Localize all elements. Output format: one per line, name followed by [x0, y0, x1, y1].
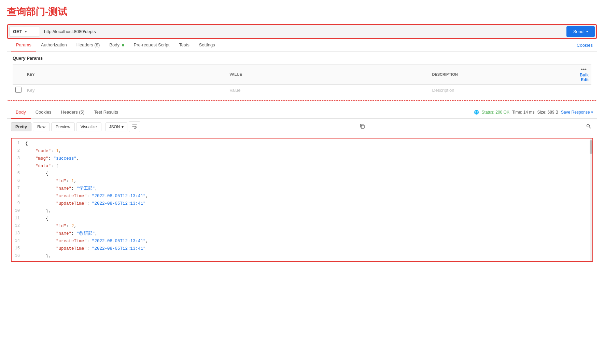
- response-status-bar: 🌐 Status: 200 OK Time: 14 ms Size: 689 B…: [474, 110, 593, 115]
- wrap-btn[interactable]: [129, 121, 140, 132]
- line-num-11: 11: [12, 215, 25, 222]
- json-line-6: 6 "id": 1,: [12, 177, 592, 185]
- json-line-12: 12 "id": 2,: [12, 222, 592, 230]
- search-btn[interactable]: [584, 122, 593, 132]
- line-num-4: 4: [12, 163, 25, 169]
- tab-settings[interactable]: Settings: [194, 39, 220, 52]
- value-col-header: VALUE: [227, 64, 429, 85]
- scroll-indicator: [590, 139, 592, 261]
- response-tab-headers[interactable]: Headers (5): [56, 106, 89, 119]
- line-num-13: 13: [12, 230, 25, 237]
- json-line-4-content: "data": [: [25, 163, 592, 170]
- json-viewer: 1 { 2 "code": 1, 3 "msg: [12, 139, 592, 261]
- json-line-16-content: },: [25, 253, 592, 260]
- json-line-1-content: {: [25, 140, 592, 147]
- json-line-14: 14 "createTime": "2022-08-05T12:13:41",: [12, 237, 592, 245]
- line-num-14: 14: [12, 238, 25, 244]
- json-line-13-content: "name": "教研部",: [25, 230, 592, 237]
- json-line-16: 16 },: [12, 252, 592, 260]
- response-tab-test-results[interactable]: Test Results: [89, 106, 123, 119]
- tab-params[interactable]: Params: [11, 39, 36, 52]
- copy-btn[interactable]: [358, 122, 367, 132]
- raw-btn[interactable]: Raw: [33, 122, 50, 131]
- method-chevron-icon: ▾: [25, 30, 27, 33]
- visualize-btn[interactable]: Visualize: [76, 122, 101, 131]
- line-num-16: 16: [12, 253, 25, 259]
- row-actions: [574, 85, 591, 96]
- tab-body[interactable]: Body: [104, 39, 129, 52]
- response-tab-body[interactable]: Body: [11, 106, 31, 119]
- line-num-15: 15: [12, 245, 25, 252]
- desc-cell[interactable]: Description: [430, 85, 574, 96]
- pretty-btn[interactable]: Pretty: [11, 122, 31, 131]
- save-response-chevron-icon: ▾: [591, 110, 593, 115]
- response-tab-cookies[interactable]: Cookies: [31, 106, 56, 119]
- status-ok: Status: 200 OK: [482, 110, 509, 115]
- format-chevron-icon: ▾: [122, 125, 124, 129]
- method-select[interactable]: GET ▾: [9, 27, 40, 37]
- json-line-11: 11 {: [12, 215, 592, 222]
- json-line-8-content: "createTime": "2022-08-05T12:13:41",: [25, 193, 592, 200]
- actions-col-header: ••• Bulk Edit: [574, 64, 591, 85]
- line-num-8: 8: [12, 193, 25, 199]
- line-num-5: 5: [12, 170, 25, 177]
- tab-authorization[interactable]: Authorization: [36, 39, 72, 52]
- globe-icon: 🌐: [474, 110, 479, 115]
- json-line-15-content: "updateTime": "2022-08-05T12:13:41": [25, 245, 592, 252]
- page-title: 查询部门-测试: [7, 5, 597, 18]
- json-line-9: 9 "updateTime": "2022-08-05T12:13:41": [12, 200, 592, 207]
- preview-btn[interactable]: Preview: [51, 122, 75, 131]
- request-wrapper: GET ▾ Send ▾ Params Authorization Header…: [7, 24, 597, 101]
- json-line-14-content: "createTime": "2022-08-05T12:13:41",: [25, 238, 592, 245]
- json-response-area: 1 { 2 "code": 1, 3 "msg: [11, 138, 593, 262]
- tab-pre-request[interactable]: Pre-request Script: [129, 39, 174, 52]
- url-input[interactable]: [41, 27, 565, 36]
- request-bar: GET ▾ Send ▾: [7, 24, 597, 39]
- response-wrapper: Body Cookies Headers (5) Test Results 🌐 …: [7, 106, 597, 262]
- tab-tests[interactable]: Tests: [174, 39, 194, 52]
- json-line-3-content: "msg": "success",: [25, 155, 592, 162]
- query-params-title: Query Params: [13, 56, 591, 61]
- bulk-edit-btn[interactable]: Bulk Edit: [580, 73, 589, 82]
- table-row: Key Value Description: [13, 85, 591, 96]
- row-checkbox[interactable]: [15, 87, 22, 93]
- line-num-3: 3: [12, 155, 25, 162]
- response-tabs-nav: Body Cookies Headers (5) Test Results 🌐 …: [7, 106, 597, 119]
- line-num-2: 2: [12, 148, 25, 154]
- json-line-5: 5 {: [12, 170, 592, 177]
- line-num-9: 9: [12, 200, 25, 207]
- dots-menu-icon[interactable]: •••: [581, 67, 587, 72]
- save-response-btn[interactable]: Save Response ▾: [561, 110, 593, 115]
- response-time: Time: 14 ms: [512, 110, 535, 115]
- json-line-7: 7 "name": "学工部",: [12, 185, 592, 192]
- params-table: KEY VALUE DESCRIPTION ••• Bulk Edit Key: [13, 64, 591, 96]
- svg-point-1: [587, 125, 589, 127]
- json-line-11-content: {: [25, 215, 592, 222]
- query-params-section: Query Params KEY VALUE DESCRIPTION ••• B…: [7, 52, 597, 100]
- save-response-label: Save Response: [561, 110, 590, 115]
- desc-col-header: DESCRIPTION: [430, 64, 574, 85]
- json-line-9-content: "updateTime": "2022-08-05T12:13:41": [25, 200, 592, 207]
- request-tabs-nav: Params Authorization Headers (8) Body Pr…: [7, 39, 597, 52]
- tab-headers[interactable]: Headers (8): [72, 39, 105, 52]
- json-line-4: 4 "data": [: [12, 162, 592, 170]
- method-label: GET: [13, 29, 22, 34]
- json-line-6-content: "id": 1,: [25, 178, 592, 185]
- format-bar: Pretty Raw Preview Visualize JSON ▾: [7, 119, 597, 135]
- scroll-thumb[interactable]: [590, 140, 592, 154]
- json-line-5-content: {: [25, 170, 592, 177]
- send-label: Send: [573, 29, 584, 34]
- json-line-3: 3 "msg": "success",: [12, 155, 592, 162]
- cookies-link[interactable]: Cookies: [577, 43, 593, 48]
- key-cell[interactable]: Key: [24, 85, 227, 96]
- format-select[interactable]: JSON ▾: [106, 122, 127, 131]
- line-num-10: 10: [12, 208, 25, 214]
- json-line-15: 15 "updateTime": "2022-08-05T12:13:41": [12, 245, 592, 252]
- value-cell[interactable]: Value: [227, 85, 429, 96]
- json-scroll-area: 1 { 2 "code": 1, 3 "msg: [12, 139, 592, 261]
- send-button[interactable]: Send ▾: [566, 26, 595, 37]
- json-line-12-content: "id": 2,: [25, 223, 592, 230]
- json-line-10-content: },: [25, 208, 592, 215]
- body-dot: [122, 44, 124, 46]
- json-line-2: 2 "code": 1,: [12, 147, 592, 155]
